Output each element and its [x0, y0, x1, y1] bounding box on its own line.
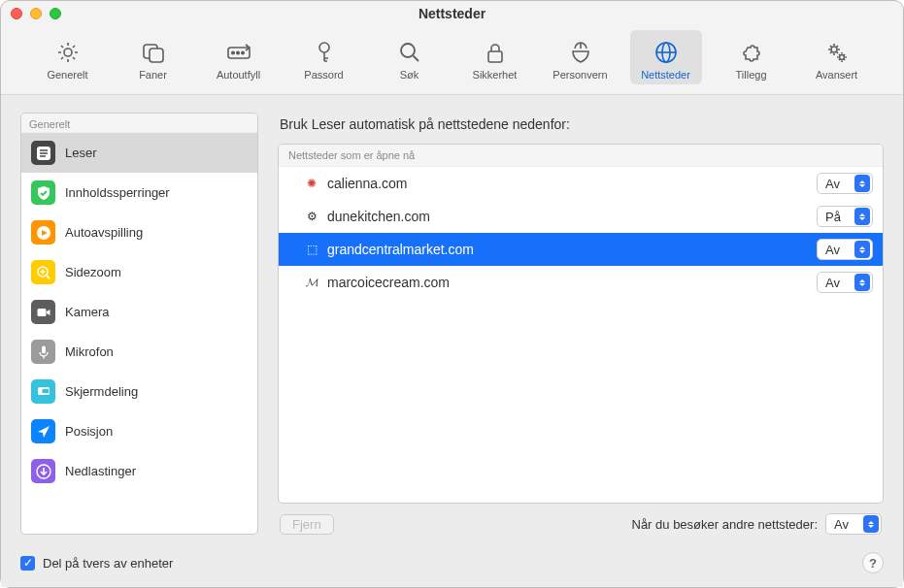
sidebar-item-label: Autoavspilling [65, 225, 143, 240]
site-favicon: ✺ [304, 176, 319, 191]
tab-privacy[interactable]: Personvern [545, 30, 617, 84]
screen-icon [31, 379, 55, 404]
site-value-dropdown[interactable]: Av [817, 173, 873, 194]
sidebar-item-reader[interactable]: Leser [21, 133, 257, 173]
main-heading: Bruk Leser automatisk på nettstedene ned… [280, 116, 884, 132]
window-footer: ✓ Del på tvers av enheter ? [1, 542, 903, 587]
svg-point-6 [241, 51, 243, 53]
reader-icon [31, 141, 55, 165]
site-row[interactable]: 𝓜marcoicecream.comAv [279, 266, 883, 299]
main-panel: Bruk Leser automatisk på nettstedene ned… [278, 113, 884, 535]
general-icon [54, 38, 82, 67]
svg-point-0 [64, 49, 72, 56]
help-button[interactable]: ? [862, 552, 884, 573]
sidebar-item-downloads[interactable]: Nedlastinger [21, 451, 257, 491]
sidebar-item-label: Sidezoom [65, 265, 121, 279]
site-dropdown-value: På [825, 210, 841, 224]
sidebar-item-label: Mikrofon [65, 344, 114, 359]
tab-security[interactable]: Sikkerhet [459, 30, 531, 84]
preferences-toolbar: GenereltFanerAutoutfyllPassordSøkSikkerh… [1, 26, 903, 95]
svg-line-9 [413, 56, 419, 62]
other-websites-value: Av [834, 517, 849, 532]
websites-icon [653, 38, 680, 67]
site-name-label: grandcentralmarket.com [327, 242, 809, 257]
site-row[interactable]: ⚙︎dunekitchen.comPå [279, 200, 883, 233]
site-dropdown-value: Av [825, 243, 840, 257]
svg-rect-25 [37, 309, 46, 316]
sidebar-item-blockers[interactable]: Innholdssperringer [21, 173, 257, 212]
camera-icon [31, 300, 55, 324]
sidebar-item-location[interactable]: Posisjon [21, 411, 257, 451]
settings-sidebar[interactable]: Generelt LeserInnholdssperringerAutoavsp… [20, 113, 258, 535]
sidebar-item-label: Posisjon [65, 424, 113, 439]
tab-websites[interactable]: Nettsteder [630, 30, 702, 84]
blockers-icon [31, 180, 55, 205]
sidebar-item-label: Innholdssperringer [65, 185, 170, 200]
site-row[interactable]: ✺calienna.comAv [279, 167, 883, 200]
site-name-label: marcoicecream.com [327, 275, 809, 290]
sidebar-section-header: Generelt [21, 114, 257, 133]
site-favicon: ⬚ [304, 242, 319, 257]
passwords-icon [311, 38, 338, 67]
tab-passwords[interactable]: Passord [288, 30, 360, 84]
sidebar-item-camera[interactable]: Kamera [21, 292, 257, 332]
remove-button[interactable]: Fjern [280, 514, 334, 535]
sidebar-item-screen[interactable]: Skjermdeling [21, 372, 257, 411]
microphone-icon [31, 340, 55, 364]
svg-point-4 [231, 51, 233, 53]
tab-general[interactable]: Generelt [32, 30, 104, 84]
sidebar-item-microphone[interactable]: Mikrofon [21, 332, 257, 372]
dropdown-arrows-icon [863, 515, 879, 533]
privacy-icon [567, 38, 594, 67]
sidebar-item-zoom[interactable]: Sidezoom [21, 252, 257, 292]
downloads-icon [31, 459, 55, 483]
svg-point-15 [839, 55, 844, 60]
security-icon [482, 38, 509, 67]
tab-search[interactable]: Søk [374, 30, 446, 84]
svg-rect-10 [488, 51, 502, 62]
search-icon [396, 38, 423, 67]
sidebar-item-label: Nedlastinger [65, 464, 136, 478]
advanced-icon [823, 38, 851, 67]
toolbar-item-label: Personvern [552, 69, 607, 81]
site-favicon: 𝓜 [304, 275, 319, 290]
extensions-icon [738, 38, 765, 67]
tab-extensions[interactable]: Tillegg [716, 30, 787, 84]
svg-line-22 [47, 276, 50, 278]
site-favicon: ⚙︎ [304, 209, 319, 224]
tab-tabs[interactable]: Faner [117, 30, 189, 84]
toolbar-item-label: Sikkerhet [473, 69, 518, 81]
window-title: Nettsteder [1, 6, 903, 21]
site-row[interactable]: ⬚grandcentralmarket.comAv [279, 233, 883, 266]
toolbar-item-label: Tillegg [736, 69, 767, 81]
location-icon [31, 419, 55, 443]
svg-point-8 [401, 44, 415, 57]
toolbar-item-label: Nettsteder [641, 69, 690, 81]
share-checkbox[interactable]: ✓ [20, 556, 35, 571]
share-checkbox-label: Del på tvers av enheter [43, 556, 173, 571]
other-websites-label: Når du besøker andre nettsteder: [632, 517, 819, 532]
site-value-dropdown[interactable]: Av [817, 239, 873, 260]
svg-rect-26 [42, 345, 46, 353]
toolbar-item-label: Autoutfyll [217, 69, 260, 81]
tab-advanced[interactable]: Avansert [801, 30, 873, 84]
svg-rect-29 [42, 388, 50, 393]
other-websites-dropdown[interactable]: Av [825, 513, 882, 535]
site-value-dropdown[interactable]: Av [817, 272, 873, 293]
autoplay-icon [31, 220, 55, 245]
toolbar-item-label: Søk [400, 69, 419, 81]
titlebar: Nettsteder [1, 1, 903, 26]
toolbar-item-label: Passord [304, 69, 343, 81]
sidebar-item-autoplay[interactable]: Autoavspilling [21, 212, 257, 252]
site-dropdown-value: Av [825, 177, 840, 191]
svg-rect-2 [150, 49, 163, 62]
list-section-header: Nettsteder som er åpne nå [279, 145, 883, 167]
svg-point-7 [319, 43, 329, 52]
site-name-label: dunekitchen.com [327, 209, 809, 224]
tab-autofill[interactable]: Autoutfyll [203, 30, 275, 84]
zoom-icon [31, 260, 55, 284]
toolbar-item-label: Generelt [47, 69, 87, 81]
sidebar-item-label: Kamera [65, 305, 110, 319]
site-value-dropdown[interactable]: På [817, 206, 873, 227]
sidebar-item-label: Leser [65, 146, 97, 160]
